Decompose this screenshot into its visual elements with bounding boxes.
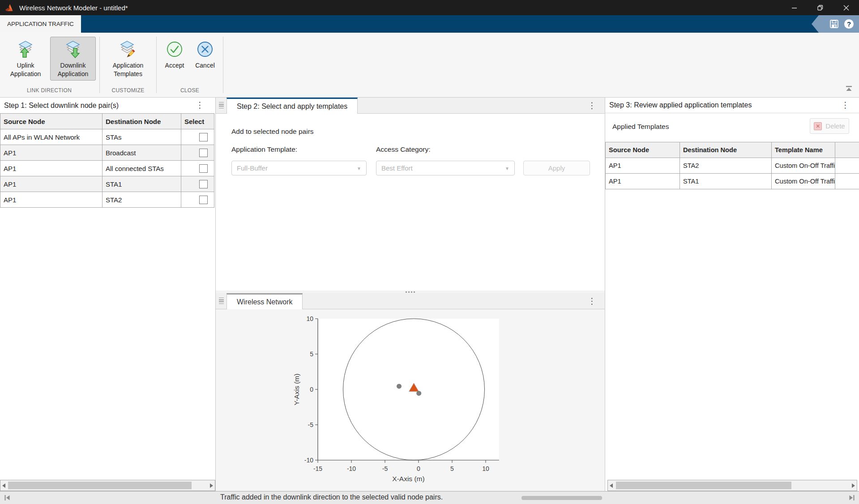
status-progress-bar [521, 496, 602, 500]
collapse-ribbon-button[interactable] [845, 85, 853, 94]
y-axis-label: Y-Axis (m) [293, 374, 300, 406]
step3-panel: Step 3: Review applied application templ… [605, 98, 859, 491]
table-row[interactable]: AP1STA1 [0, 176, 214, 192]
toolbar-separator [99, 37, 100, 93]
table-row[interactable]: All APs in WLAN NetworkSTAs [0, 129, 214, 145]
toolbar-separator [223, 37, 223, 93]
accept-button[interactable]: Accept [160, 37, 189, 73]
apply-button[interactable]: Apply [523, 161, 590, 175]
step2-tab-bar: Step 2: Select and apply templates ⋮ [216, 98, 605, 114]
application-template-select[interactable]: Full-Buffer ▼ [231, 161, 367, 175]
restore-button[interactable] [807, 0, 833, 15]
help-icon[interactable]: ? [844, 19, 854, 29]
application-templates-button[interactable]: Application Templates [103, 37, 153, 81]
step1-horizontal-scrollbar[interactable] [0, 480, 215, 491]
group-label-customize: CUSTOMIZE [101, 87, 155, 97]
source-node-cell: AP1 [606, 158, 680, 174]
minimize-button[interactable] [781, 0, 807, 15]
y-tick-label: 0 [310, 386, 313, 393]
panel-drag-handle-icon[interactable] [219, 298, 224, 305]
table-row[interactable]: AP1All connected STAs [0, 161, 214, 176]
downlink-application-button[interactable]: Downlink Application [50, 37, 96, 81]
row-select-checkbox[interactable] [199, 133, 208, 141]
y-tick-label: 10 [306, 315, 313, 322]
scrollbar-thumb[interactable] [8, 482, 192, 489]
collapse-status-left-icon[interactable] [4, 495, 11, 501]
step3-table-body: AP1STA2Custom On-Off TrafficAP1STA1Custo… [606, 158, 859, 189]
accept-check-icon [166, 40, 184, 58]
button-label: Application [58, 70, 89, 78]
sta-marker[interactable] [416, 391, 421, 396]
table-row[interactable]: AP1STA2 [0, 192, 214, 208]
column-header-destination-node[interactable]: Destination Node [680, 142, 772, 158]
step3-header: Step 3: Review applied application templ… [605, 98, 859, 113]
sta-marker[interactable] [397, 384, 402, 389]
select-cell [181, 161, 214, 176]
tab-application-traffic[interactable]: APPLICATION TRAFFIC [0, 15, 81, 33]
source-node-cell: AP1 [0, 145, 103, 161]
network-plot[interactable]: -15-10-505101050-5-10X-Axis (m)Y-Axis (m… [216, 309, 605, 491]
row-select-checkbox[interactable] [199, 164, 208, 173]
scrollbar-thumb[interactable] [616, 482, 791, 489]
step3-title: Step 3: Review applied application templ… [609, 101, 752, 109]
step2-menu-icon[interactable]: ⋮ [585, 100, 598, 111]
column-header-source-node[interactable]: Source Node [0, 114, 103, 129]
row-select-checkbox[interactable] [199, 196, 208, 204]
scroll-right-icon[interactable] [852, 483, 855, 488]
layers-up-arrow-icon [17, 40, 34, 58]
expand-status-right-icon[interactable] [848, 495, 855, 501]
scroll-left-icon[interactable] [610, 483, 613, 488]
uplink-application-button[interactable]: Uplink Application [3, 37, 48, 81]
column-header-destination-node[interactable]: Destination Node [103, 114, 181, 129]
button-label: Accept [165, 61, 184, 70]
table-row[interactable]: AP1STA2Custom On-Off Traffic [606, 158, 859, 174]
delete-button[interactable]: ✕ Delete [810, 118, 849, 134]
x-tick-label: 5 [450, 465, 454, 472]
step1-panel: Step 1: Select downlink node pair(s) ⋮ S… [0, 98, 215, 491]
network-menu-icon[interactable]: ⋮ [585, 296, 598, 306]
destination-node-cell: STA2 [680, 158, 772, 174]
destination-node-cell: STAs [103, 129, 181, 145]
y-tick-label: -5 [308, 421, 314, 428]
step3-menu-icon[interactable]: ⋮ [839, 100, 852, 110]
table-row[interactable]: AP1Broadcast [0, 145, 214, 161]
scroll-left-icon[interactable] [2, 483, 5, 488]
x-axis-label: X-Axis (m) [392, 475, 424, 483]
x-tick-label: 0 [417, 465, 420, 472]
layers-pencil-icon [119, 40, 137, 58]
status-bar: Traffic added in the downlink direction … [0, 491, 859, 504]
chevron-down-icon: ▼ [505, 166, 509, 171]
scroll-right-icon[interactable] [210, 483, 213, 488]
step1-menu-icon[interactable]: ⋮ [193, 100, 206, 110]
cancel-button[interactable]: Cancel [191, 37, 219, 73]
column-header-source-node[interactable]: Source Node [606, 142, 680, 158]
access-category-label: Access Category: [376, 145, 430, 154]
splitter-grip-icon [406, 291, 415, 293]
axes-background [318, 319, 499, 460]
x-tick-label: -10 [347, 465, 356, 472]
step2-panel: Step 2: Select and apply templates ⋮ Add… [216, 98, 605, 290]
column-header-select[interactable]: Select [181, 114, 214, 129]
delete-button-label: Delete [825, 122, 845, 130]
partial-cell [835, 158, 859, 174]
panel-drag-handle-icon[interactable] [219, 102, 224, 109]
step3-horizontal-scrollbar[interactable] [607, 480, 857, 491]
network-tab-bar: Wireless Network ⋮ [216, 293, 605, 309]
table-row[interactable]: AP1STA1Custom On-Off Traffic [606, 174, 859, 189]
tab-step2[interactable]: Step 2: Select and apply templates [227, 98, 358, 114]
access-category-select[interactable]: Best Effort ▼ [376, 161, 515, 175]
row-select-checkbox[interactable] [199, 180, 208, 188]
apply-button-label: Apply [548, 164, 565, 172]
destination-node-cell: STA1 [103, 176, 181, 192]
toolbar-separator [156, 37, 157, 93]
close-button[interactable] [833, 0, 859, 15]
window-title: Wireless Network Modeler - untitled* [19, 4, 128, 12]
button-label: Application [10, 70, 41, 78]
tab-wireless-network[interactable]: Wireless Network [227, 293, 303, 309]
ribbon-toolbar: Uplink Application Downlink Application … [0, 33, 859, 98]
row-select-checkbox[interactable] [199, 149, 208, 157]
partial-cell [835, 174, 859, 189]
delete-x-icon: ✕ [814, 122, 822, 130]
column-header-template-name[interactable]: Template Name [772, 142, 835, 158]
save-icon[interactable] [829, 19, 839, 29]
